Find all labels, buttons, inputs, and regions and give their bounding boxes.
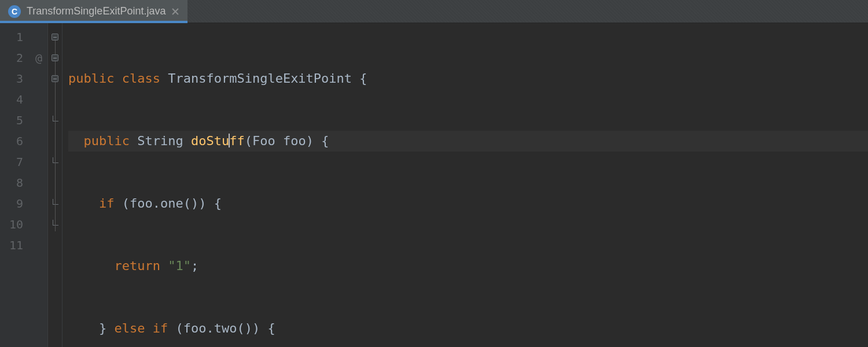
annotation-gutter[interactable]: @	[30, 23, 47, 347]
class-file-icon: C	[8, 5, 21, 18]
fold-toggle-icon[interactable]	[52, 75, 58, 82]
code-line[interactable]: } else if (foo.two()) {	[68, 318, 868, 339]
line-number[interactable]: 7	[0, 152, 30, 172]
fold-end-icon	[53, 116, 58, 121]
gutter-annotation	[30, 214, 47, 235]
code-area[interactable]: public class TransformSingleExitPoint { …	[62, 23, 868, 347]
active-tab-underline	[0, 21, 187, 23]
code-line[interactable]: return "1";	[68, 256, 868, 276]
gutter-annotation	[30, 172, 47, 193]
close-icon[interactable]	[171, 8, 179, 16]
gutter-annotation	[30, 131, 47, 152]
line-number[interactable]: 6	[0, 131, 30, 152]
line-number[interactable]: 1	[0, 27, 30, 47]
fold-end-icon	[53, 199, 58, 205]
gutter-annotation	[30, 110, 47, 131]
fold-toggle-icon[interactable]	[52, 54, 58, 61]
code-line[interactable]: public String doStuff(Foo foo) {	[68, 131, 868, 152]
gutter-annotation[interactable]: @	[30, 47, 47, 68]
code-line[interactable]: public class TransformSingleExitPoint {	[68, 68, 868, 89]
line-number[interactable]: 11	[0, 235, 30, 256]
tab-bar: C TransformSingleExitPoint.java	[0, 0, 868, 23]
code-editor[interactable]: 1 2 3 4 5 6 7 8 9 10 11 @	[0, 23, 868, 347]
line-number[interactable]: 2	[0, 47, 30, 68]
editor-tab[interactable]: C TransformSingleExitPoint.java	[0, 0, 187, 23]
line-number[interactable]: 10	[0, 214, 30, 235]
fold-gutter[interactable]	[47, 23, 62, 347]
line-number[interactable]: 8	[0, 172, 30, 193]
fold-end-icon	[53, 157, 58, 163]
gutter-annotation	[30, 152, 47, 172]
fold-toggle-icon[interactable]	[52, 34, 58, 40]
gutter-annotation	[30, 193, 47, 214]
line-number[interactable]: 3	[0, 68, 30, 89]
code-line[interactable]: if (foo.one()) {	[68, 193, 868, 214]
line-number[interactable]: 9	[0, 193, 30, 214]
line-number[interactable]: 5	[0, 110, 30, 131]
gutter-annotation	[30, 27, 47, 47]
gutter-annotation	[30, 235, 47, 256]
fold-end-icon	[53, 220, 58, 226]
line-number[interactable]: 4	[0, 89, 30, 110]
gutter-annotation	[30, 68, 47, 89]
fold-guide-line	[55, 35, 56, 231]
tab-file-name: TransformSingleExitPoint.java	[27, 5, 165, 17]
gutter-annotation	[30, 89, 47, 110]
line-number-gutter[interactable]: 1 2 3 4 5 6 7 8 9 10 11	[0, 23, 30, 347]
